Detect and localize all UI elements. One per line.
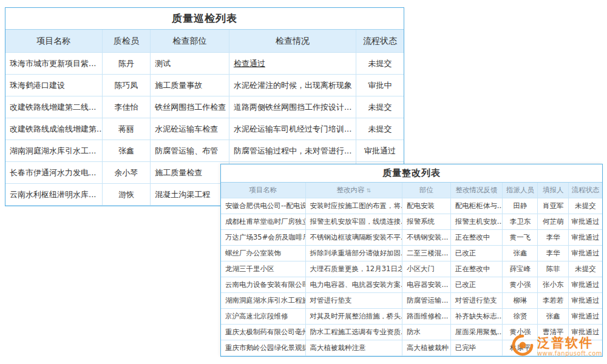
rectify-feedback: 已改正 — [451, 246, 503, 261]
status-badge: 审批通过 — [569, 309, 602, 325]
rectify-feedback: 正在整改中 — [451, 230, 503, 246]
inspection-part: 施工质量事故 — [151, 75, 229, 96]
inspector-name: 余小琴 — [103, 162, 151, 184]
table-row[interactable]: 云南电力设备安装有限公司20... 电力电容器、电抗器安装方案... 电容器安装… — [221, 277, 602, 293]
inspector-name: 陈丹 — [103, 53, 151, 75]
inspection-table-header: 项目名称 质检员 检查部位 检查情况 流程状态 — [5, 30, 404, 53]
table-row[interactable]: 湖南洞庭湖水库引水工程施工标 对管进行垫支 防腐管运输... 对管进行垫支 柳琳… — [221, 293, 602, 309]
reporter-name: 肖亚军 — [538, 198, 569, 214]
rectify-part: 小区大门 — [402, 261, 451, 277]
rectify-content: 安装时应按施工图的布置，将... — [306, 198, 402, 214]
project-name: 改建铁路线成渝线增建第... — [5, 118, 103, 140]
rectify-feedback: 正在整改中 — [451, 261, 503, 277]
table-row[interactable]: 改建铁路线成渝线增建第... 蒋丽 水泥砼运输车检查 水泥砼运输车司机经过专门培… — [5, 118, 404, 140]
project-name: 珠海市城市更新项目紫... — [5, 53, 103, 75]
rectify-content: 拆除到承重墙部分请做好加固... — [306, 246, 402, 261]
reporter-name: 李华 — [538, 230, 569, 246]
project-name: 重庆市鹅岭公园绿化景观提升... — [221, 340, 306, 356]
table-row[interactable]: 龙湖三千里小区 大理石质量更换，12月31日之... 小区大门 正在整改中 薛宝… — [221, 261, 602, 277]
inspection-table-title: 质量巡检列表 — [5, 8, 404, 30]
inspection-part: 混凝土沟渠工程 — [151, 184, 229, 206]
reporter-name: 张小东 — [538, 277, 569, 293]
rectify-feedback: 屋面采用聚氨... — [451, 325, 503, 340]
inspector-name: 游恢 — [103, 184, 151, 206]
rectify-part: 二至三楼混... — [402, 246, 451, 261]
reporter-name: 何芷萌 — [538, 214, 569, 230]
rectify-part: 防腐管运输... — [402, 293, 451, 309]
status-badge: 未提交 — [569, 198, 602, 214]
inspection-detail: 检查通过 — [229, 53, 356, 75]
rectify-content: 对其及时开展整治措施，桥头... — [306, 309, 402, 325]
column-header-project: 项目名称 — [221, 183, 306, 198]
project-name: 改建铁路线增建第二线... — [5, 96, 103, 118]
assignee-name: 黄小强 — [503, 277, 538, 293]
rectify-feedback: 已完毕 — [451, 340, 503, 356]
status-badge: 审批中 — [356, 75, 404, 96]
status-badge: 未提交 — [356, 118, 404, 140]
status-badge: 审批通过 — [569, 214, 602, 230]
rectify-part: 不锈钢安装... — [402, 230, 451, 246]
table-row[interactable]: 安徽合肥供电公司--配电设备... 安装时应按施工图的布置，将... 配电安装 … — [221, 198, 602, 214]
assignee-name: 徐贤 — [503, 309, 538, 325]
table-row[interactable]: 湖南洞庭湖水库引水工... 张鑫 防腐管运输、布管 防腐管运输过程中，未对管进行… — [5, 140, 404, 162]
rectify-part: 路面维修检... — [402, 309, 451, 325]
inspector-name: 蒋丽 — [103, 118, 151, 140]
project-name: 云南水利枢纽潜明水库... — [5, 184, 103, 206]
reporter-name: 张鑫 — [538, 309, 569, 325]
rectify-part: 报警系统 — [402, 214, 451, 230]
table-row[interactable]: 改建铁路线增建第二线... 李佳怡 铁丝网围挡工作检查 道路两侧铁丝网围挡工作按… — [5, 96, 404, 118]
rectification-table: 质量整改列表 项目名称 整改内容 ⇅ 部位 整改情况反馈 指派人员 填报人 流程… — [220, 164, 603, 357]
inspection-part: 水泥砼运输车检查 — [151, 118, 229, 140]
assignee-name: 张鑫 — [503, 246, 538, 261]
table-row[interactable]: 成都杜甫草堂临时厂房独立展... 报警主机安放牢固，线缆连接... 报警系统 报… — [221, 214, 602, 230]
rectify-feedback: 报警主机安放... — [451, 214, 503, 230]
column-header-detail: 检查情况 — [229, 30, 356, 53]
rectify-content: 不锈钢边框玻璃隔断安装不平... — [306, 230, 402, 246]
table-row[interactable]: 珠海鹤港口建设 陈巧凤 施工质量事故 水泥砼灌注的时候，出现离析现象 审批中 — [5, 75, 404, 96]
assignee-name: 李卫东 — [503, 214, 538, 230]
rectify-part: 电容器安装... — [402, 277, 451, 293]
project-name: 龙湖三千里小区 — [221, 261, 306, 277]
column-header-part: 检查部位 — [151, 30, 229, 53]
fanpu-logo-icon — [511, 334, 534, 359]
column-header-content[interactable]: 整改内容 ⇅ — [306, 183, 402, 198]
column-header-inspector: 质检员 — [103, 30, 151, 53]
table-row[interactable]: 万达广场35#会所及咖啡厅空... 不锈钢边框玻璃隔断安装不平... 不锈钢安装… — [221, 230, 602, 246]
column-header-reporter: 填报人 — [538, 183, 569, 198]
column-header-status: 流程状态 — [356, 30, 404, 53]
inspection-detail: 防腐管运输过程中，未对管进行... — [229, 140, 356, 162]
reporter-name: 陈菲 — [538, 261, 569, 277]
project-name: 成都杜甫草堂临时厂房独立展... — [221, 214, 306, 230]
status-badge: 未提交 — [356, 53, 404, 75]
status-badge: 审批通过 — [569, 277, 602, 293]
status-badge: 审批通过 — [569, 293, 602, 309]
rectify-content: 对管进行垫支 — [306, 293, 402, 309]
inspection-part: 施工质量检查 — [151, 162, 229, 184]
inspector-name: 李佳怡 — [103, 96, 151, 118]
rectify-feedback: 配电柜柜体与... — [451, 198, 503, 214]
rectify-feedback: 已改正 — [451, 277, 503, 293]
assignee-name: 薛宝峰 — [503, 261, 538, 277]
inspection-detail: 水泥砼灌注的时候，出现离析现象 — [229, 75, 356, 96]
inspector-name: 陈巧凤 — [103, 75, 151, 96]
rectify-content: 大理石质量更换，12月31日之... — [306, 261, 402, 277]
inspection-part: 防腐管运输、布管 — [151, 140, 229, 162]
table-row[interactable]: 螺丝厂办公室装饰 拆除到承重墙部分请做好加固... 二至三楼混... 已改正 张… — [221, 246, 602, 261]
column-header-assignee: 指派人员 — [503, 183, 538, 198]
column-header-status: 流程状态 — [569, 183, 602, 198]
inspection-part: 测试 — [151, 53, 229, 75]
assignee-name: 黄一飞 — [503, 230, 538, 246]
project-name: 螺丝厂办公室装饰 — [221, 246, 306, 261]
status-badge: 未提交 — [356, 96, 404, 118]
table-row[interactable]: 珠海市城市更新项目紫... 陈丹 测试 检查通过 未提交 — [5, 53, 404, 75]
sort-icon[interactable]: ⇅ — [366, 187, 371, 194]
rectify-content: 高大植被栽种注意 — [306, 340, 402, 356]
column-header-feedback: 整改情况反馈 — [451, 183, 503, 198]
table-row[interactable]: 京沪高速北京段维修 对其及时开展整治措施，桥头... 路面维修检... 补齐缺失… — [221, 309, 602, 325]
watermark-brand: 泛普软件 — [537, 336, 593, 350]
column-header-project: 项目名称 — [5, 30, 103, 53]
column-header-part: 部位 — [402, 183, 451, 198]
rectification-table-header: 项目名称 整改内容 ⇅ 部位 整改情况反馈 指派人员 填报人 流程状态 — [221, 183, 602, 198]
assignee-name: 田静 — [503, 198, 538, 214]
project-name: 湖南洞庭湖水库引水工... — [5, 140, 103, 162]
